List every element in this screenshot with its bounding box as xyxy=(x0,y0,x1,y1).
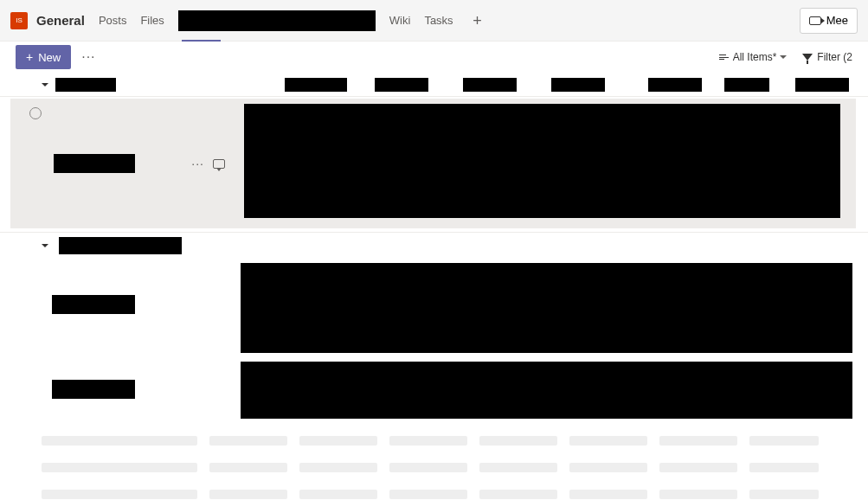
active-tab-indicator xyxy=(182,40,221,42)
meet-button[interactable]: Mee xyxy=(800,8,858,34)
new-button[interactable]: + New xyxy=(16,45,71,69)
chevron-down-icon xyxy=(780,55,787,59)
column-header[interactable] xyxy=(724,78,769,92)
group-header[interactable] xyxy=(0,232,868,258)
item-title xyxy=(52,295,135,314)
item-details xyxy=(244,104,840,218)
column-header[interactable] xyxy=(375,78,428,92)
team-badge: IS xyxy=(10,12,28,29)
loading-row xyxy=(0,454,868,481)
chevron-down-icon[interactable] xyxy=(42,244,48,247)
command-bar: + New ··· All Items* Filter (2 xyxy=(0,42,868,73)
filter-label: Filter (2 xyxy=(817,51,852,63)
tab-wiki[interactable]: Wiki xyxy=(389,0,411,42)
column-header[interactable] xyxy=(285,78,347,92)
item-title xyxy=(52,380,135,399)
row-more-button[interactable]: ··· xyxy=(191,157,204,170)
tab-list: Posts Files Wiki Tasks + xyxy=(99,0,488,42)
funnel-icon xyxy=(802,54,813,61)
column-headers xyxy=(0,73,868,97)
item-details xyxy=(241,263,852,353)
loading-row xyxy=(0,427,868,454)
column-header[interactable] xyxy=(795,78,849,92)
new-label: New xyxy=(38,51,61,64)
add-tab-button[interactable]: + xyxy=(467,13,488,29)
group-title xyxy=(59,237,182,254)
chevron-down-icon[interactable] xyxy=(42,83,48,87)
list-row[interactable] xyxy=(0,258,868,351)
loading-row xyxy=(0,481,868,500)
column-header[interactable] xyxy=(463,78,517,92)
column-header[interactable] xyxy=(55,78,116,92)
list-row-selected[interactable]: ··· xyxy=(10,99,856,228)
comment-icon[interactable] xyxy=(213,159,225,169)
column-header[interactable] xyxy=(648,78,702,92)
list-row[interactable] xyxy=(0,356,868,422)
tab-files[interactable]: Files xyxy=(140,0,164,42)
view-switcher[interactable]: All Items* xyxy=(719,51,788,63)
plus-icon: + xyxy=(26,50,33,64)
view-name: All Items* xyxy=(733,51,777,63)
tab-posts[interactable]: Posts xyxy=(99,0,127,42)
item-details xyxy=(241,362,852,419)
tab-tasks[interactable]: Tasks xyxy=(424,0,453,42)
list-icon xyxy=(719,54,730,60)
more-commands-button[interactable]: ··· xyxy=(81,49,95,65)
item-title xyxy=(54,154,135,173)
row-select-radio[interactable] xyxy=(29,107,42,119)
tab-sharepoint-list[interactable] xyxy=(178,10,376,31)
filter-button[interactable]: Filter (2 xyxy=(802,51,852,63)
camera-icon xyxy=(809,16,821,25)
list-area: ··· xyxy=(0,73,868,500)
column-header[interactable] xyxy=(551,78,605,92)
meet-label: Mee xyxy=(826,14,848,27)
channel-name[interactable]: General xyxy=(36,13,85,28)
channel-header: IS General Posts Files Wiki Tasks + Mee xyxy=(0,0,868,42)
